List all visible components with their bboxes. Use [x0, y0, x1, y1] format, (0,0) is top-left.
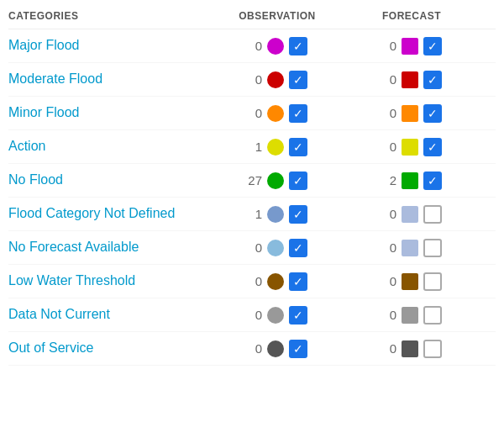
forecast-cell: 0✓ [344, 104, 479, 123]
forecast-checkbox[interactable]: ✓ [423, 172, 442, 190]
table-row: No Forecast Available0✓0 [8, 231, 496, 265]
obs-checkbox[interactable]: ✓ [289, 172, 307, 190]
observation-cell: 27✓ [210, 172, 344, 190]
forecast-cell: 0 [344, 272, 479, 291]
obs-checkbox[interactable]: ✓ [289, 104, 307, 123]
category-label: No Flood [8, 172, 210, 189]
forecast-checkbox[interactable]: ✓ [423, 71, 442, 89]
observation-cell: 0✓ [210, 272, 344, 291]
obs-color-indicator [267, 172, 284, 189]
obs-checkbox[interactable]: ✓ [289, 272, 307, 291]
category-label: Moderate Flood [8, 71, 210, 88]
forecast-color-indicator [402, 206, 418, 223]
forecast-color-indicator [402, 139, 418, 156]
obs-checkbox[interactable]: ✓ [289, 239, 307, 257]
forecast-checkbox[interactable] [423, 272, 442, 291]
forecast-count: 0 [381, 207, 396, 221]
table-row: Low Water Threshold0✓0 [8, 265, 496, 298]
obs-checkbox[interactable]: ✓ [289, 138, 307, 156]
obs-color-indicator [267, 273, 284, 290]
obs-checkbox[interactable]: ✓ [289, 205, 307, 224]
table-row: Action1✓0✓ [8, 130, 496, 164]
forecast-count: 0 [381, 106, 396, 120]
category-label: Data Not Current [8, 306, 210, 324]
header-categories: CATEGORIES [8, 10, 210, 22]
table-header: CATEGORIES OBSERVATION FORECAST [8, 7, 496, 29]
header-forecast: FORECAST [344, 10, 479, 22]
observation-cell: 0✓ [210, 306, 344, 325]
category-label: No Forecast Available [8, 239, 210, 256]
observation-cell: 1✓ [210, 138, 344, 156]
obs-color-indicator [267, 307, 284, 324]
category-label: Low Water Threshold [8, 272, 210, 290]
forecast-count: 0 [381, 72, 396, 87]
forecast-checkbox[interactable] [423, 239, 442, 257]
obs-count: 0 [247, 72, 262, 87]
forecast-checkbox[interactable] [423, 306, 442, 325]
obs-color-indicator [267, 105, 284, 122]
observation-cell: 0✓ [210, 104, 344, 123]
forecast-checkbox[interactable] [423, 340, 442, 358]
observation-cell: 0✓ [210, 340, 344, 358]
forecast-count: 0 [381, 240, 396, 255]
forecast-cell: 0 [344, 306, 479, 325]
category-table: Major Flood0✓0✓Moderate Flood0✓0✓Minor F… [8, 29, 496, 366]
table-row: Data Not Current0✓0 [8, 298, 496, 332]
table-row: Out of Service0✓0 [8, 332, 496, 366]
observation-cell: 0✓ [210, 239, 344, 257]
forecast-count: 2 [381, 173, 396, 187]
forecast-color-indicator [402, 38, 418, 55]
obs-count: 0 [247, 308, 262, 322]
forecast-cell: 0✓ [344, 138, 479, 156]
obs-count: 0 [247, 240, 262, 255]
forecast-cell: 0 [344, 239, 479, 257]
forecast-color-indicator [402, 172, 418, 189]
forecast-color-indicator [402, 307, 418, 324]
forecast-cell: 0✓ [344, 37, 479, 55]
obs-count: 1 [247, 140, 262, 154]
obs-count: 0 [247, 39, 262, 53]
obs-color-indicator [267, 38, 284, 55]
obs-count: 27 [247, 173, 262, 187]
table-row: Minor Flood0✓0✓ [8, 97, 496, 130]
forecast-cell: 0 [344, 340, 479, 358]
forecast-color-indicator [402, 105, 418, 122]
forecast-checkbox[interactable]: ✓ [423, 37, 442, 55]
category-label: Major Flood [8, 37, 210, 55]
category-label: Flood Category Not Defined [8, 205, 210, 223]
obs-count: 1 [247, 207, 262, 221]
category-label: Action [8, 138, 210, 156]
forecast-cell: 2✓ [344, 172, 479, 190]
category-label: Minor Flood [8, 104, 210, 122]
forecast-color-indicator [402, 71, 418, 88]
forecast-count: 0 [381, 39, 396, 53]
obs-color-indicator [267, 340, 284, 357]
forecast-checkbox[interactable] [423, 205, 442, 224]
table-row: Major Flood0✓0✓ [8, 29, 496, 63]
obs-count: 0 [247, 274, 262, 288]
obs-count: 0 [247, 341, 262, 356]
obs-checkbox[interactable]: ✓ [289, 71, 307, 89]
forecast-checkbox[interactable]: ✓ [423, 138, 442, 156]
forecast-count: 0 [381, 140, 396, 154]
observation-cell: 0✓ [210, 71, 344, 89]
obs-color-indicator [267, 139, 284, 156]
forecast-color-indicator [402, 340, 418, 357]
obs-count: 0 [247, 106, 262, 120]
forecast-count: 0 [381, 308, 396, 322]
observation-cell: 0✓ [210, 37, 344, 55]
obs-checkbox[interactable]: ✓ [289, 340, 307, 358]
header-observation: OBSERVATION [210, 10, 344, 22]
obs-checkbox[interactable]: ✓ [289, 37, 307, 55]
table-row: Moderate Flood0✓0✓ [8, 63, 496, 97]
forecast-color-indicator [402, 273, 418, 290]
table-row: No Flood27✓2✓ [8, 164, 496, 198]
table-row: Flood Category Not Defined1✓0 [8, 198, 496, 231]
forecast-checkbox[interactable]: ✓ [423, 104, 442, 123]
obs-checkbox[interactable]: ✓ [289, 306, 307, 325]
obs-color-indicator [267, 240, 284, 256]
forecast-count: 0 [381, 341, 396, 356]
forecast-cell: 0✓ [344, 71, 479, 89]
category-label: Out of Service [8, 340, 210, 357]
forecast-cell: 0 [344, 205, 479, 224]
